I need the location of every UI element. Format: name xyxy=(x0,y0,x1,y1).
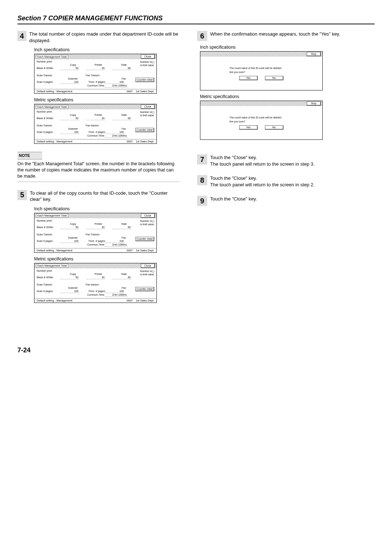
confirm-panel-metric: Stop The count value of this ID-code wil… xyxy=(200,101,323,140)
metric-spec-label: Metric specifications xyxy=(200,94,359,99)
no-button[interactable]: No xyxy=(265,125,283,130)
step-5-text: To clear all of the copy counts for that… xyxy=(30,190,180,203)
inch-spec-label: Inch specifications xyxy=(34,206,180,211)
scan-pages-value: 100 xyxy=(60,80,79,84)
panel-tab: Each Management Total xyxy=(36,105,68,109)
mgmt-total-panel-metric-2: Each Management TotalClose Number in( )i… xyxy=(34,263,157,303)
panel-tab: Each Management Total xyxy=(36,55,68,59)
trsm-pages-label: Trsm. # pages: xyxy=(82,80,106,84)
counter-clear-button[interactable]: Counter clear xyxy=(135,128,154,132)
step-7-text: Touch the "Close" key.The touch panel wi… xyxy=(210,154,315,167)
stop-button[interactable]: Stop xyxy=(307,101,321,106)
confirm-msg-1: The count value of this ID-code will be … xyxy=(229,66,281,70)
step-8-text: Touch the "Close" key.The touch panel wi… xyxy=(210,175,315,188)
commun-time-value: 1Hrs 10Mins xyxy=(105,84,127,88)
metric-spec-label: Metric specifications xyxy=(34,97,180,102)
right-column: 6 When the confirmation message appears,… xyxy=(197,31,359,354)
close-button[interactable]: Close xyxy=(141,105,155,109)
note-header: NOTE xyxy=(17,152,42,159)
close-button[interactable]: Close xyxy=(141,54,155,59)
printer-header: Printer xyxy=(86,63,111,66)
step-9-text: Touch the "Close" key. xyxy=(210,196,257,206)
total-header: Total xyxy=(111,63,136,66)
note-block: NOTE On the "Each Management Total" scre… xyxy=(17,152,180,182)
step-4-badge: 4 xyxy=(17,31,26,41)
inch-spec-label: Inch specifications xyxy=(200,45,359,50)
panel-foot-id: 0007 xyxy=(127,90,133,93)
step-9-badge: 9 xyxy=(197,196,207,206)
fax-transm-label: Fax Transm. xyxy=(86,74,100,77)
mgmt-total-panel-inch-2: Each Management TotalClose Number in( )i… xyxy=(34,213,157,253)
fax-header: Fax xyxy=(111,77,136,80)
step-7-badge: 7 xyxy=(197,154,207,165)
bw-printer-value: 30 xyxy=(86,66,105,70)
bw-label: Black & White: xyxy=(37,66,60,70)
counter-clear-button[interactable]: Counter clear xyxy=(135,287,154,291)
mgmt-total-panel-metric-1: Each Management TotalClose Number in( )i… xyxy=(34,104,157,144)
yes-button[interactable]: Yes xyxy=(239,125,258,130)
section-title: Section 7 COPIER MANAGEMENT FUNCTIONS xyxy=(17,15,375,24)
step-8-badge: 8 xyxy=(197,175,207,185)
counter-clear-button[interactable]: Counter clear xyxy=(135,237,154,241)
counter-clear-button[interactable]: Counter clear xyxy=(135,78,154,82)
scanner-header: Scanner xyxy=(60,77,86,80)
bw-total-value: 80 xyxy=(113,66,131,70)
mgmt-total-panel-inch-1: Each Management Total Close Number in( )… xyxy=(34,54,157,94)
note-text: On the "Each Management Total" screen, t… xyxy=(17,161,180,179)
number-print-label: Number print. xyxy=(37,60,154,63)
panel-foot-left: Default setting - Management xyxy=(37,90,72,93)
step-6-badge: 6 xyxy=(197,31,207,41)
commun-time-label: Commun.Time: xyxy=(81,84,105,88)
step-4-text: The total number of copies made under th… xyxy=(29,31,180,44)
limit-value-note: Number in( )is limit value xyxy=(140,60,154,67)
yes-button[interactable]: Yes xyxy=(239,76,258,80)
left-column: 4 The total number of copies made under … xyxy=(17,31,180,354)
scan-transm-label: Scan.Transm. xyxy=(37,74,60,77)
copy-header: Copy xyxy=(60,63,86,66)
inch-spec-label: Inch specifications xyxy=(34,47,180,52)
panel-foot-dept: 1st Sales Dept. xyxy=(136,90,154,93)
close-button[interactable]: Close xyxy=(141,214,155,218)
confirm-panel-inch: Stop The count value of this ID-code wil… xyxy=(200,51,323,90)
metric-spec-label: Metric specifications xyxy=(34,256,180,262)
close-button[interactable]: Close xyxy=(141,264,155,268)
step-6-text: When the confirmation message appears, t… xyxy=(210,31,340,41)
bw-copy-value: 50 xyxy=(60,66,79,70)
stop-button[interactable]: Stop xyxy=(307,52,321,56)
step-5-badge: 5 xyxy=(17,190,27,200)
trsm-pages-value: 100 xyxy=(106,80,124,84)
scan-pages-label: Scan # pages: xyxy=(37,80,60,84)
no-button[interactable]: No xyxy=(265,76,283,80)
page-number: 7-24 xyxy=(17,347,180,354)
confirm-msg-2: Are you sure? xyxy=(229,70,281,74)
